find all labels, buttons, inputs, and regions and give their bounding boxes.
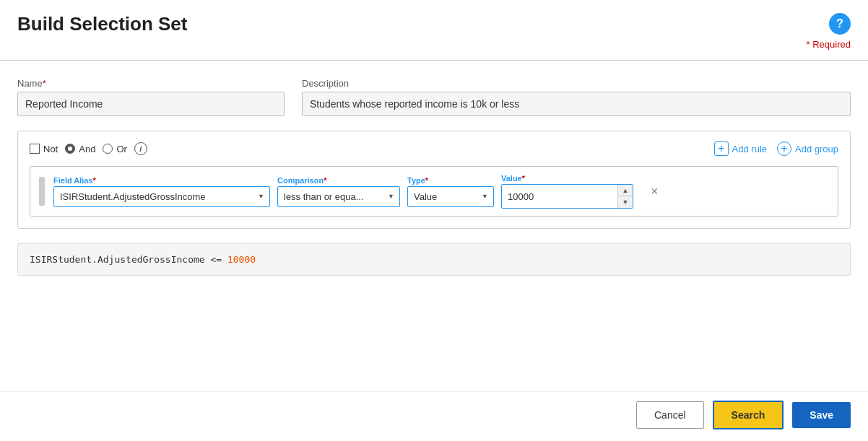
and-radio-circle	[65, 144, 75, 154]
rule-row: Field Alias* ISIRStudent.AdjustedGrossIn…	[30, 166, 838, 217]
rule-toolbar: Not And Or i + Add rule	[30, 141, 838, 156]
help-icon-button[interactable]: ?	[829, 13, 851, 35]
type-field: Type* Value	[407, 176, 494, 207]
rule-fields-row: Field Alias* ISIRStudent.AdjustedGrossIn…	[53, 174, 829, 209]
add-rule-icon: +	[714, 141, 729, 156]
info-icon[interactable]: i	[134, 142, 147, 155]
type-select-wrapper: Value	[407, 186, 494, 207]
description-label: Description	[302, 78, 851, 89]
save-button[interactable]: Save	[792, 402, 851, 428]
name-input[interactable]	[17, 92, 285, 116]
preview-area: ISIRStudent.AdjustedGrossIncome <= 10000	[17, 243, 851, 276]
field-alias-label: Field Alias*	[53, 176, 270, 185]
type-select[interactable]: Value	[407, 186, 494, 207]
value-input-group: ▲ ▼	[501, 184, 633, 209]
search-button[interactable]: Search	[713, 401, 784, 429]
field-alias-select-wrapper: ISIRStudent.AdjustedGrossIncome	[53, 186, 270, 207]
value-increment-button[interactable]: ▲	[618, 185, 633, 196]
value-label: Value*	[501, 174, 633, 183]
not-checkbox-box	[30, 144, 40, 154]
not-label: Not	[43, 144, 58, 154]
and-radio[interactable]: And	[65, 144, 95, 154]
remove-rule-button[interactable]: ×	[648, 184, 661, 199]
footer: Cancel Search Save	[0, 391, 868, 441]
description-field: Description	[302, 78, 851, 116]
add-group-label: Add group	[795, 144, 838, 154]
comparison-select[interactable]: less than or equa...	[277, 186, 400, 207]
or-radio-circle	[103, 144, 113, 154]
value-input[interactable]	[502, 185, 617, 208]
page-title: Build Selection Set	[17, 13, 188, 35]
name-label: Name*	[17, 78, 285, 89]
or-radio[interactable]: Or	[103, 144, 126, 154]
preview-text: ISIRStudent.AdjustedGrossIncome <=	[30, 254, 227, 265]
drag-handle[interactable]	[39, 177, 45, 206]
rule-toolbar-right: + Add rule + Add group	[714, 141, 838, 156]
or-label: Or	[116, 144, 126, 154]
rule-builder: Not And Or i + Add rule	[17, 131, 851, 229]
and-label: And	[79, 144, 95, 154]
form-row: Name* Description	[17, 78, 851, 116]
add-rule-button[interactable]: + Add rule	[714, 141, 767, 156]
cancel-button[interactable]: Cancel	[636, 401, 704, 429]
value-spinner: ▲ ▼	[617, 185, 633, 208]
value-field: Value* ▲ ▼	[501, 174, 633, 209]
rule-toolbar-left: Not And Or i	[30, 142, 147, 155]
preview-value: 10000	[227, 254, 256, 265]
description-input[interactable]	[302, 92, 851, 116]
comparison-select-wrapper: less than or equa...	[277, 186, 400, 207]
value-decrement-button[interactable]: ▼	[618, 196, 633, 208]
required-label: * Required	[807, 39, 851, 50]
add-group-icon: +	[777, 141, 791, 156]
field-alias-field: Field Alias* ISIRStudent.AdjustedGrossIn…	[53, 176, 270, 207]
comparison-label: Comparison*	[277, 176, 400, 185]
comparison-field: Comparison* less than or equa...	[277, 176, 400, 207]
header-right: ? * Required	[807, 13, 851, 50]
not-checkbox[interactable]: Not	[30, 144, 58, 154]
name-field: Name*	[17, 78, 285, 116]
type-label: Type*	[407, 176, 494, 185]
main-content: Name* Description Not	[0, 61, 868, 391]
add-rule-label: Add rule	[732, 144, 767, 154]
add-group-button[interactable]: + Add group	[777, 141, 838, 156]
header: Build Selection Set ? * Required	[0, 0, 868, 61]
field-alias-select[interactable]: ISIRStudent.AdjustedGrossIncome	[53, 186, 270, 207]
page-container: Build Selection Set ? * Required Name* D…	[0, 0, 868, 441]
